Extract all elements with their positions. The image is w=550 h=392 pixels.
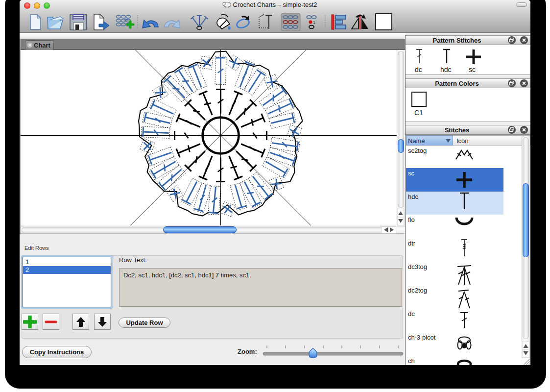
svg-text:1: 1 (313, 20, 315, 25)
